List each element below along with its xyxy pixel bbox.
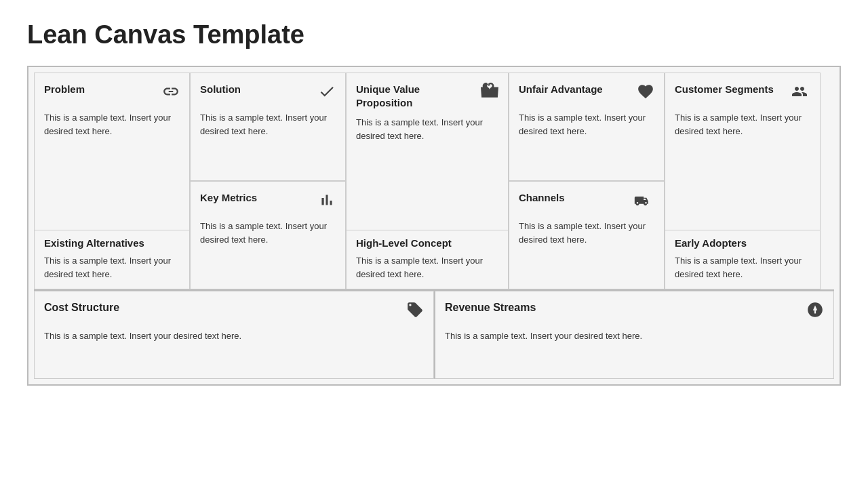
revenue-streams-text: This is a sample text. Insert your desir… <box>445 329 824 343</box>
canvas-main: Problem This is a sample text. Insert yo… <box>34 73 834 291</box>
cost-structure-cell: Cost Structure This is a sample text. In… <box>34 291 434 379</box>
early-adopters-text: This is a sample text. Insert your desir… <box>675 254 810 281</box>
page-title: Lean Canvas Template <box>27 20 841 49</box>
customer-segments-text: This is a sample text. Insert your desir… <box>675 111 810 138</box>
customer-segments-icon <box>791 83 810 104</box>
problem-icon <box>162 83 180 104</box>
unfair-advantage-text: This is a sample text. Insert your desir… <box>519 111 654 138</box>
existing-alternatives-title: Existing Alternatives <box>44 237 180 249</box>
canvas-bottom: Cost Structure This is a sample text. In… <box>34 291 834 379</box>
problem-title: Problem <box>44 83 85 96</box>
unfair-advantage-icon <box>637 83 654 104</box>
revenue-streams-title: Revenue Streams <box>445 301 536 315</box>
problem-cell: Problem This is a sample text. Insert yo… <box>34 73 190 289</box>
customer-segments-cell: Customer Segments This is a sample text.… <box>665 73 821 289</box>
revenue-streams-cell: Revenue Streams This is a sample text. I… <box>434 291 834 379</box>
channels-title: Channels <box>519 191 565 205</box>
canvas-wrapper: Problem This is a sample text. Insert yo… <box>27 66 841 386</box>
uvp-title: Unique Value Proposition <box>356 83 475 109</box>
key-metrics-text: This is a sample text. Insert your desir… <box>200 220 336 246</box>
channels-icon <box>634 191 654 213</box>
solution-cell: Solution This is a sample text. Insert y… <box>190 73 346 181</box>
key-metrics-title: Key Metrics <box>200 191 257 205</box>
cost-structure-icon <box>406 301 424 323</box>
channels-text: This is a sample text. Insert your desir… <box>519 220 654 246</box>
solution-text: This is a sample text. Insert your desir… <box>200 111 336 138</box>
problem-text: This is a sample text. Insert your desir… <box>44 111 180 138</box>
cost-structure-title: Cost Structure <box>44 301 119 315</box>
unfair-advantage-title: Unfair Advantage <box>519 83 603 96</box>
solution-icon <box>318 83 336 104</box>
solution-title: Solution <box>200 83 241 96</box>
high-level-concept-title: High-Level Concept <box>356 237 498 249</box>
customer-segments-title: Customer Segments <box>675 83 774 96</box>
uvp-icon <box>481 83 498 104</box>
unfair-advantage-cell: Unfair Advantage This is a sample text. … <box>509 73 665 181</box>
uvp-cell: Unique Value Proposition This is a sampl… <box>346 73 509 289</box>
existing-alternatives-text: This is a sample text. Insert your desir… <box>44 254 180 281</box>
revenue-streams-icon <box>806 301 824 323</box>
cost-structure-text: This is a sample text. Insert your desir… <box>44 329 424 343</box>
key-metrics-icon <box>318 191 336 213</box>
channels-cell: Channels This is a sample text. Insert y… <box>509 181 665 289</box>
early-adopters-title: Early Adopters <box>675 237 810 249</box>
high-level-concept-text: This is a sample text. Insert your desir… <box>356 254 498 281</box>
key-metrics-cell: Key Metrics This is a sample text. Inser… <box>190 181 346 289</box>
uvp-text: This is a sample text. Insert your desir… <box>356 116 498 142</box>
